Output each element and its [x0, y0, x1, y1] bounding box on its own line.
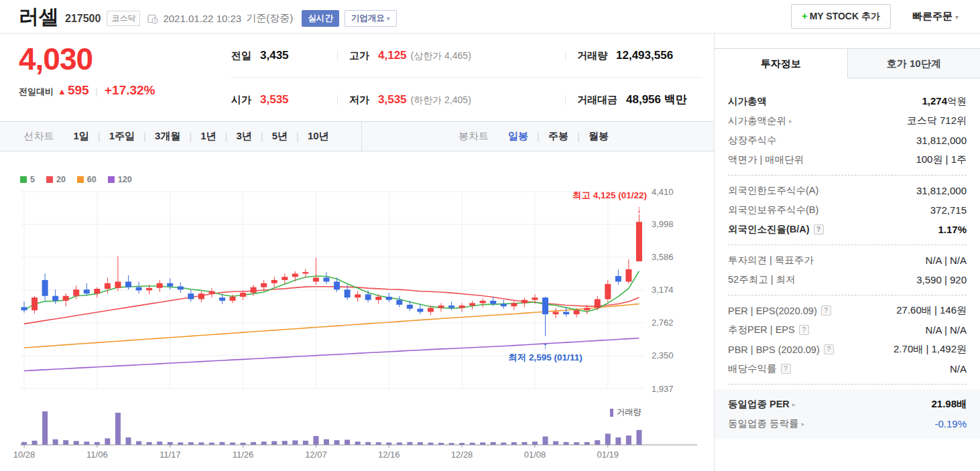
company-overview-button[interactable]: 기업개요▾	[345, 10, 397, 27]
candle	[615, 270, 621, 285]
info-row[interactable]: 동일업종 등락률▸-0.19%	[728, 414, 967, 433]
period-tab[interactable]: 3개월	[146, 130, 189, 143]
candle	[386, 293, 392, 302]
volume-bar	[595, 440, 600, 445]
down-arrow-icon: ↓	[637, 203, 642, 214]
info-label: 동일업종 등락률▸	[728, 417, 805, 430]
help-icon[interactable]: ?	[781, 364, 791, 374]
quick-order-label: 빠른주문	[912, 10, 953, 21]
price-chart[interactable]: 10/2811/0611/1711/2612/0712/1612/2801/08…	[0, 151, 714, 471]
quote-extra: (하한가 2,405)	[411, 94, 471, 107]
svg-text:3,174: 3,174	[652, 285, 674, 295]
candle	[355, 291, 361, 301]
volume-bar	[230, 443, 235, 445]
info-row: 시가총액1,274억원	[728, 92, 967, 111]
arrow-right-icon: ▸	[789, 117, 792, 125]
info-row: 외국인한도주식수(A)31,812,000	[728, 181, 967, 200]
my-stock-label: MY STOCK 추가	[810, 11, 880, 21]
period-tab[interactable]: 1일	[64, 130, 97, 143]
my-stock-add-button[interactable]: +MY STOCK 추가	[791, 4, 891, 29]
quote-row: 전일3,435고가4,125(상한가 4,465)거래량12,493,556	[231, 33, 702, 78]
info-value: 코스닥 712위	[907, 115, 967, 127]
info-value: 31,812,000	[916, 185, 967, 196]
clock-icon	[147, 13, 158, 24]
period-tab[interactable]: 5년	[263, 130, 296, 143]
period-tab[interactable]: 10년	[299, 130, 338, 143]
info-value: 2.70배 | 1,492원	[894, 343, 967, 356]
company-overview-label: 기업개요	[351, 13, 385, 23]
volume-bar	[282, 441, 288, 445]
volume-bar	[543, 437, 548, 446]
chart-column: 4,030 전일대비 ▲ 595 | +17.32% 전일3,435고가4,12…	[0, 33, 714, 471]
volume-bar	[615, 438, 621, 445]
volume-bar	[178, 442, 183, 445]
candle	[542, 297, 548, 336]
info-value: 27.60배 | 146원	[896, 304, 967, 317]
quote-value: 4,125	[378, 49, 407, 62]
help-icon[interactable]: ?	[824, 344, 834, 354]
tab-order-book-10[interactable]: 호가 10단계	[848, 48, 980, 78]
candle-type-tab[interactable]: 월봉	[580, 130, 617, 143]
candle	[188, 289, 194, 301]
quick-order-button[interactable]: 빠른주문▾	[908, 9, 963, 23]
info-row: 추정PER | EPS?N/A | N/A	[728, 320, 967, 340]
volume-bars	[21, 411, 641, 445]
change-label: 전일대비	[19, 86, 54, 98]
quote-label: 고가	[349, 50, 369, 62]
stock-code: 217500	[65, 13, 101, 25]
quote-cell-trade-value: 거래대금48,956 백만	[565, 92, 702, 107]
volume-bar	[376, 442, 381, 445]
header-right: +MY STOCK 추가 빠른주문▾	[791, 4, 963, 29]
help-icon[interactable]: ?	[814, 224, 824, 234]
value-suffix: 억원	[947, 96, 967, 107]
candles	[21, 214, 642, 336]
info-section: 시가총액1,274억원시가총액순위▸코스닥 712위상장주식수31,812,00…	[728, 86, 967, 175]
info-value: 100원 | 1주	[916, 153, 967, 166]
info-value: N/A | N/A	[926, 255, 967, 266]
candle	[198, 291, 204, 303]
quote-value: 48,956 백만	[626, 92, 687, 107]
info-row[interactable]: 동일업종 PER▸21.98배	[728, 395, 967, 414]
period-tab[interactable]: 1년	[192, 130, 225, 143]
candle	[625, 259, 631, 284]
y-axis-labels: 4,4103,9983,5863,1742,7622,3501,937	[652, 187, 674, 394]
info-row[interactable]: 시가총액순위▸코스닥 712위	[728, 111, 967, 131]
info-row: 52주최고 | 최저3,590 | 920	[728, 270, 967, 289]
tab-investment-info[interactable]: 투자정보	[715, 48, 848, 78]
info-label: 52주최고 | 최저	[728, 273, 795, 286]
quote-cell-low: 저가3,535(하한가 2,405)	[337, 93, 565, 107]
volume-bar	[522, 442, 527, 445]
realtime-button[interactable]: 실시간	[302, 10, 339, 27]
info-sections: 시가총액1,274억원시가총액순위▸코스닥 712위상장주식수31,812,00…	[715, 86, 980, 384]
x-axis	[20, 445, 697, 448]
help-icon[interactable]: ?	[821, 306, 831, 316]
volume-bar	[126, 438, 131, 445]
volume-bar	[365, 442, 371, 445]
quote-row: 시가3,535저가3,535(하한가 2,405)거래대금48,956 백만	[231, 78, 702, 121]
change-percent: +17.32%	[105, 83, 156, 98]
info-label: 액면가 | 매매단위	[728, 153, 804, 166]
volume-bar	[188, 442, 194, 445]
candle	[480, 298, 486, 307]
period-tab[interactable]: 1주일	[101, 130, 143, 143]
candle	[511, 301, 517, 310]
candle	[208, 288, 215, 297]
volume-bar	[74, 441, 79, 445]
volume-bar	[553, 441, 558, 445]
volume-bar	[313, 436, 318, 445]
info-row: PBR | BPS (2020.09)?2.70배 | 1,492원	[728, 340, 967, 359]
volume-bar	[564, 442, 569, 445]
volume-bar	[157, 442, 162, 445]
quote-extra: (상한가 4,465)	[411, 50, 471, 62]
info-value: 21.98배	[931, 398, 967, 411]
candle-type-tab[interactable]: 일봉	[499, 130, 537, 143]
quote-label: 거래대금	[577, 94, 617, 107]
info-value: 1.17%	[938, 224, 967, 235]
change-value: 595	[68, 83, 89, 98]
candle-type-tab[interactable]: 주봉	[540, 130, 577, 143]
ma-legend-item: 60	[77, 175, 97, 184]
period-tab[interactable]: 3년	[227, 130, 260, 143]
svg-text:2,762: 2,762	[652, 318, 674, 328]
help-icon[interactable]: ?	[799, 325, 809, 335]
volume-bar	[261, 442, 267, 445]
